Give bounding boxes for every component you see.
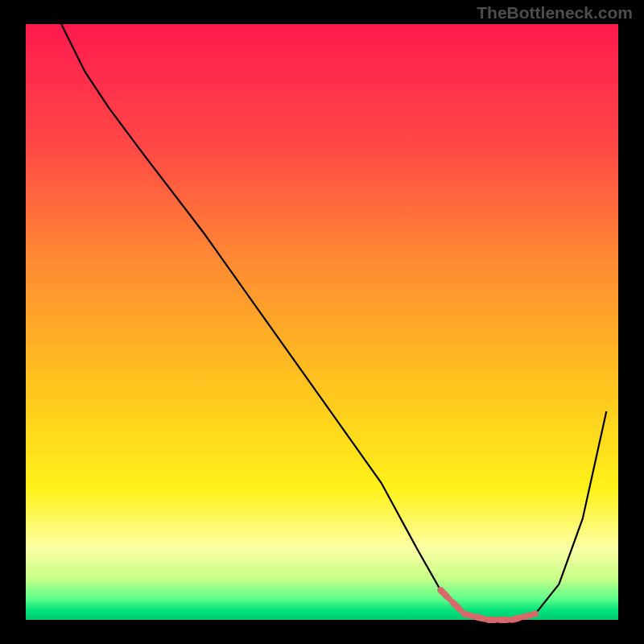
- chart-container: TheBottleneck.com: [0, 0, 644, 644]
- svg-line-14: [524, 615, 530, 617]
- svg-line-4: [464, 614, 470, 616]
- watermark-text: TheBottleneck.com: [477, 3, 633, 23]
- svg-point-17: [532, 611, 539, 617]
- svg-line-6: [477, 617, 482, 619]
- svg-line-12: [512, 618, 518, 620]
- svg-point-16: [437, 587, 444, 593]
- svg-line-2: [453, 603, 459, 609]
- plot-background: [26, 24, 618, 620]
- chart-svg: [0, 0, 644, 644]
